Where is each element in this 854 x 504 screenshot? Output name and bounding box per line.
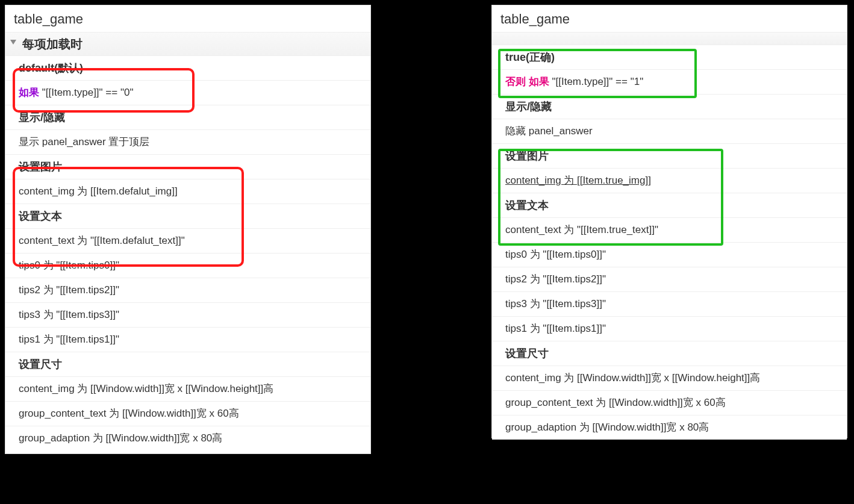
setsize-line[interactable]: group_adaption 为 [[Window.width]]宽 x 80高: [5, 426, 370, 450]
right-title: table_game: [492, 5, 847, 32]
settext-category[interactable]: 设置文本: [5, 204, 370, 228]
condition-name[interactable]: true(正确): [492, 45, 847, 69]
showhide-line[interactable]: 隐藏 panel_answer: [492, 119, 847, 143]
tips-line[interactable]: tips2 为 "[[Item.tips2]]": [492, 267, 847, 291]
setimage-category[interactable]: 设置图片: [492, 143, 847, 168]
tips-line[interactable]: tips0 为 "[[Item.tips0]]": [5, 253, 370, 278]
tips-line[interactable]: tips3 为 "[[Item.tips3]]": [492, 291, 847, 316]
setsize-line[interactable]: content_img 为 [[Window.width]]宽 x [[Wind…: [492, 366, 847, 390]
chevron-down-icon[interactable]: [10, 40, 16, 45]
settext-category[interactable]: 设置文本: [492, 193, 847, 217]
left-panel: table_game 每项加载时 default(默认) 如果 "[[Item.…: [5, 5, 371, 454]
tips-line[interactable]: tips2 为 "[[Item.tips2]]": [5, 278, 370, 302]
spacer-row: [492, 32, 847, 45]
condition-expr-text: "[[Item.type]]" == "1": [552, 76, 643, 87]
elseif-keyword: 否则 如果: [505, 76, 549, 87]
tips-line[interactable]: tips1 为 "[[Item.tips1]]": [492, 316, 847, 341]
condition-name[interactable]: default(默认): [5, 55, 370, 80]
condition-expression[interactable]: 否则 如果 "[[Item.type]]" == "1": [492, 69, 847, 94]
condition-expr-text: "[[Item.type]]" == "0": [42, 87, 134, 98]
tips-line[interactable]: tips1 为 "[[Item.tips1]]": [5, 327, 370, 352]
setsize-line[interactable]: content_img 为 [[Window.width]]宽 x [[Wind…: [5, 376, 370, 401]
setimage-line[interactable]: content_img 为 [[Item.true_img]]: [492, 168, 847, 193]
tips-line[interactable]: tips0 为 "[[Item.tips0]]": [492, 242, 847, 267]
setsize-category[interactable]: 设置尺寸: [492, 341, 847, 366]
showhide-category[interactable]: 显示/隐藏: [5, 105, 370, 129]
left-title: table_game: [5, 5, 370, 32]
if-keyword: 如果: [19, 87, 39, 98]
tips-line[interactable]: tips3 为 "[[Item.tips3]]": [5, 302, 370, 327]
showhide-line[interactable]: 显示 panel_answer 置于顶层: [5, 129, 370, 154]
section-header-label: 每项加载时: [22, 37, 83, 51]
setimage-line[interactable]: content_img 为 [[Item.defalut_img]]: [5, 179, 370, 204]
setsize-line[interactable]: group_content_text 为 [[Window.width]]宽 x…: [5, 401, 370, 426]
setimage-category[interactable]: 设置图片: [5, 154, 370, 179]
right-panel: table_game true(正确) 否则 如果 "[[Item.type]]…: [491, 5, 847, 438]
settext-line[interactable]: content_text 为 "[[Item.true_text]]": [492, 217, 847, 242]
showhide-category[interactable]: 显示/隐藏: [492, 94, 847, 119]
section-header[interactable]: 每项加载时: [5, 32, 370, 55]
condition-expression[interactable]: 如果 "[[Item.type]]" == "0": [5, 80, 370, 105]
setsize-line[interactable]: group_content_text 为 [[Window.width]]宽 x…: [492, 390, 847, 415]
setsize-line[interactable]: group_adaption 为 [[Window.width]]宽 x 80高: [492, 415, 847, 440]
settext-line[interactable]: content_text 为 "[[Item.defalut_text]]": [5, 228, 370, 253]
setsize-category[interactable]: 设置尺寸: [5, 352, 370, 376]
